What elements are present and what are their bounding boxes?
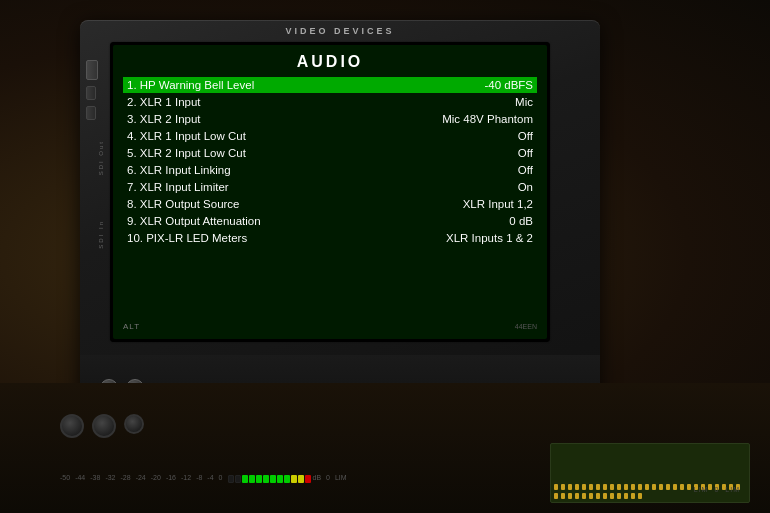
pcb-pin-40 [638,493,642,499]
screen-content: AUDIO 1. HP Warning Bell Level-40 dBFS2.… [113,45,547,339]
pcb-pin-9 [610,484,614,490]
menu-item-6[interactable]: 6. XLR Input LinkingOff [123,162,537,178]
pcb-board [550,443,750,503]
pcb-pin-2 [561,484,565,490]
pcb-pin-14 [645,484,649,490]
bnc-connector-1 [60,414,84,438]
pcb-pin-30 [568,493,572,499]
menu-item-value-4: Off [423,130,533,142]
vu-label-32: -32 [105,474,115,481]
lower-equipment: -50 -44 -38 -32 -28 -24 -20 -16 -12 -8 -… [0,383,770,513]
pcb-pin-4 [575,484,579,490]
menu-item-8[interactable]: 8. XLR Output SourceXLR Input 1,2 [123,196,537,212]
vu-label-12: -12 [181,474,191,481]
vu-label-db: dB [313,474,322,481]
menu-item-7[interactable]: 7. XLR Input LimiterOn [123,179,537,195]
menu-item-label-5: 5. XLR 2 Input Low Cut [127,147,246,159]
menu-item-label-4: 4. XLR 1 Input Low Cut [127,130,246,142]
vu-label-50: -50 [60,474,70,481]
vu-label-lim2: LIM [335,474,347,481]
menu-item-value-9: 0 dB [423,215,533,227]
pcb-pin-34 [596,493,600,499]
bottom-label-lim: LIM [694,486,709,493]
connector-3 [124,414,144,434]
video-device-unit: VIDEO DEVICES SDI Out SDI In AUDIO 1. HP… [80,20,600,420]
menu-item-value-8: XLR Input 1,2 [423,198,533,210]
pcb-pin-17 [666,484,670,490]
pcb-pin-10 [617,484,621,490]
side-button-2[interactable] [86,86,96,100]
pcb-pin-12 [631,484,635,490]
menu-item-1[interactable]: 1. HP Warning Bell Level-40 dBFS [123,77,537,93]
pcb-pin-13 [638,484,642,490]
pcb-pin-6 [589,484,593,490]
brand-name: VIDEO DEVICES [285,26,394,36]
pcb-pin-36 [610,493,614,499]
vu-dot-3 [242,475,248,483]
pcb-pin-29 [561,493,565,499]
pcb-pin-18 [673,484,677,490]
sdi-in-label: SDI In [98,220,104,249]
vu-meter-row: -50 -44 -38 -32 -28 -24 -20 -16 -12 -8 -… [60,448,350,483]
pcb-pin-8 [603,484,607,490]
vu-dot-6 [263,475,269,483]
menu-item-10[interactable]: 10. PIX-LR LED MetersXLR Inputs 1 & 2 [123,230,537,246]
vu-label-0: 0 [219,474,223,481]
menu-item-9[interactable]: 9. XLR Output Attenuation0 dB [123,213,537,229]
screen-title: AUDIO [123,53,537,71]
bottom-right-labels: LIM 0 LIM [694,486,740,493]
menu-item-3[interactable]: 3. XLR 2 InputMic 48V Phantom [123,111,537,127]
pcb-pin-32 [582,493,586,499]
pcb-pin-5 [582,484,586,490]
vu-dot-11 [298,475,304,483]
bottom-label-0db: 0 [714,486,719,493]
vu-label-4: -4 [207,474,213,481]
side-button-3[interactable] [86,106,96,120]
menu-item-label-9: 9. XLR Output Attenuation [127,215,261,227]
vu-dot-8 [277,475,283,483]
side-button-1[interactable] [86,60,98,80]
vu-dot-1 [228,475,234,483]
vu-dot-9 [284,475,290,483]
vu-dot-5 [256,475,262,483]
pcb-pin-16 [659,484,663,490]
menu-item-value-10: XLR Inputs 1 & 2 [423,232,533,244]
menu-item-value-5: Off [423,147,533,159]
vu-dot-2 [235,475,241,483]
menu-item-label-7: 7. XLR Input Limiter [127,181,229,193]
bottom-label-lim2: LIM [725,486,740,493]
menu-item-2[interactable]: 2. XLR 1 InputMic [123,94,537,110]
menu-list: 1. HP Warning Bell Level-40 dBFS2. XLR 1… [123,77,537,319]
bnc-connector-2 [92,414,116,438]
vu-label-38: -38 [90,474,100,481]
pcb-pin-31 [575,493,579,499]
menu-item-label-1: 1. HP Warning Bell Level [127,79,254,91]
connector-row [60,414,144,438]
pcb-pin-20 [687,484,691,490]
side-controls-left [86,60,98,120]
menu-item-value-1: -40 dBFS [423,79,533,91]
screen: AUDIO 1. HP Warning Bell Level-40 dBFS2.… [113,45,547,339]
pcb-pin-11 [624,484,628,490]
menu-item-5[interactable]: 5. XLR 2 Input Low CutOff [123,145,537,161]
pcb-pin-15 [652,484,656,490]
menu-item-value-3: Mic 48V Phantom [423,113,533,125]
menu-item-4[interactable]: 4. XLR 1 Input Low CutOff [123,128,537,144]
vu-dot-12 [305,475,311,483]
pcb-pin-19 [680,484,684,490]
menu-item-label-3: 3. XLR 2 Input [127,113,201,125]
menu-item-label-2: 2. XLR 1 Input [127,96,201,108]
screen-bezel: AUDIO 1. HP Warning Bell Level-40 dBFS2.… [110,42,550,342]
vu-label-24: -24 [136,474,146,481]
vu-label-28: -28 [121,474,131,481]
pcb-pin-3 [568,484,572,490]
screen-bottom-bar: ALT 44EEN [123,322,537,331]
vu-label-lim: 0 [326,474,330,481]
menu-item-value-2: Mic [423,96,533,108]
vu-label-16: -16 [166,474,176,481]
alt-label: ALT [123,322,140,331]
menu-item-label-6: 6. XLR Input Linking [127,164,231,176]
vu-segment-group-1 [228,475,311,483]
menu-item-label-10: 10. PIX-LR LED Meters [127,232,247,244]
vu-dot-7 [270,475,276,483]
